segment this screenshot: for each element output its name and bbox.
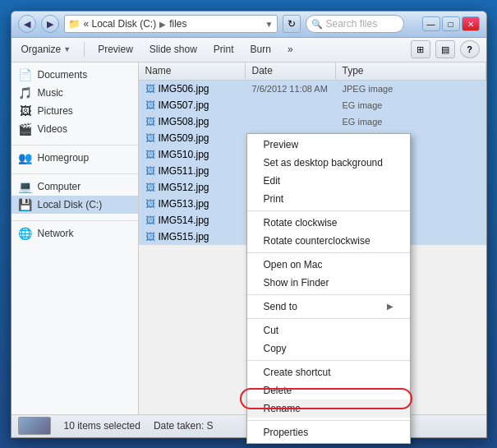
file-icon: 🖼 bbox=[145, 132, 155, 144]
table-row[interactable]: 🖼IMG507.jpgEG image bbox=[139, 97, 486, 113]
ctx-item-cut[interactable]: Cut bbox=[247, 321, 410, 339]
sidebar-label-pictures: Pictures bbox=[38, 105, 73, 117]
sidebar-label-videos: Videos bbox=[38, 123, 67, 135]
table-row[interactable]: 🖼IMG508.jpgEG image bbox=[139, 113, 486, 130]
homegroup-section: 👥 Homegroup bbox=[12, 149, 138, 167]
sidebar-item-network[interactable]: 🌐 Network bbox=[12, 224, 138, 242]
ctx-item-open-on-mac[interactable]: Open on Mac bbox=[247, 256, 410, 274]
preview-button[interactable]: Preview bbox=[94, 42, 136, 57]
sidebar-label-local-disk: Local Disk (C:) bbox=[38, 199, 103, 210]
address-prefix: « Local Disk (C:) bbox=[84, 18, 157, 30]
address-dropdown[interactable]: ▼ bbox=[265, 20, 274, 29]
ctx-item-create-shortcut[interactable]: Create shortcut bbox=[247, 363, 410, 381]
burn-label: Burn bbox=[251, 44, 271, 55]
sidebar-label-network: Network bbox=[38, 228, 74, 239]
ctx-item-set-as-desktop-background[interactable]: Set as desktop background bbox=[247, 154, 410, 172]
file-type-cell: EG image bbox=[336, 100, 486, 110]
organize-button[interactable]: Organize ▼ bbox=[18, 42, 75, 57]
ctx-item-copy[interactable]: Copy bbox=[247, 339, 410, 358]
file-icon: 🖼 bbox=[145, 182, 155, 193]
ctx-item-properties[interactable]: Properties bbox=[247, 423, 410, 441]
ctx-item-show-in-finder[interactable]: Show in Finder bbox=[247, 274, 410, 292]
more-button[interactable]: » bbox=[284, 42, 297, 57]
context-menu-separator bbox=[247, 210, 410, 211]
title-bar-left: ◀ ▶ 📁 « Local Disk (C:) ▶ files ▼ ↻ 🔍 Se… bbox=[18, 15, 422, 33]
status-selected-count: 10 items selected bbox=[64, 420, 140, 432]
slideshow-button[interactable]: Slide show bbox=[146, 42, 200, 57]
sidebar-item-documents[interactable]: 📄 Documents bbox=[12, 66, 138, 84]
videos-icon: 🎬 bbox=[18, 122, 33, 136]
search-placeholder: Search files bbox=[326, 18, 397, 30]
forward-button[interactable]: ▶ bbox=[41, 15, 59, 33]
context-menu-separator bbox=[247, 294, 410, 295]
music-icon: 🎵 bbox=[18, 86, 33, 99]
ctx-item-rotate-clockwise[interactable]: Rotate clockwise bbox=[247, 214, 410, 232]
status-thumbnail bbox=[18, 417, 51, 435]
file-name-cell: 🖼IMG511.jpg bbox=[139, 165, 246, 177]
address-folder: files bbox=[169, 18, 186, 30]
file-name-cell: 🖼IMG514.jpg bbox=[139, 215, 246, 226]
sidebar: 📄 Documents 🎵 Music 🖼 Pictures 🎬 Videos bbox=[12, 62, 139, 414]
sidebar-item-music[interactable]: 🎵 Music bbox=[12, 84, 138, 102]
sidebar-label-documents: Documents bbox=[38, 69, 88, 81]
col-header-name[interactable]: Name bbox=[139, 62, 246, 80]
favorites-section: 📄 Documents 🎵 Music 🖼 Pictures 🎬 Videos bbox=[12, 66, 138, 138]
file-name-cell: 🖼IMG512.jpg bbox=[139, 182, 246, 193]
explorer-window: ◀ ▶ 📁 « Local Disk (C:) ▶ files ▼ ↻ 🔍 Se… bbox=[11, 11, 487, 438]
view-toggle-button[interactable]: ▤ bbox=[435, 40, 455, 58]
submenu-arrow-icon: ▶ bbox=[387, 302, 393, 311]
table-row[interactable]: 🖼IMG506.jpg7/6/2012 11:08 AMJPEG image bbox=[139, 81, 486, 97]
network-icon: 🌐 bbox=[18, 227, 33, 240]
context-menu-separator bbox=[247, 252, 410, 253]
context-menu-separator bbox=[247, 318, 410, 319]
context-menu-separator bbox=[247, 420, 410, 421]
ctx-item-rotate-counterclockwise[interactable]: Rotate counterclockwise bbox=[247, 232, 410, 250]
refresh-button[interactable]: ↻ bbox=[283, 15, 301, 33]
search-box[interactable]: 🔍 Search files bbox=[306, 15, 404, 33]
context-menu-separator bbox=[247, 360, 410, 361]
minimize-button[interactable]: — bbox=[422, 16, 440, 31]
slideshow-label: Slide show bbox=[150, 44, 197, 55]
file-type-cell: JPEG image bbox=[336, 84, 486, 94]
ctx-item-send-to[interactable]: Send to▶ bbox=[247, 298, 410, 316]
col-header-date[interactable]: Date bbox=[246, 62, 336, 80]
ctx-item-preview[interactable]: Preview bbox=[247, 136, 410, 154]
sidebar-item-pictures[interactable]: 🖼 Pictures bbox=[12, 102, 138, 120]
organize-label: Organize bbox=[21, 44, 62, 55]
back-button[interactable]: ◀ bbox=[18, 15, 36, 33]
organize-dropdown-icon: ▼ bbox=[63, 45, 71, 53]
burn-button[interactable]: Burn bbox=[247, 42, 274, 57]
file-icon: 🖼 bbox=[145, 165, 155, 177]
folder-icon: 📁 bbox=[68, 18, 81, 30]
file-date-cell: 7/6/2012 11:08 AM bbox=[246, 84, 336, 94]
pictures-icon: 🖼 bbox=[18, 104, 33, 118]
ctx-item-edit[interactable]: Edit bbox=[247, 172, 410, 190]
view-options-button[interactable]: ⊞ bbox=[411, 40, 430, 58]
sidebar-item-videos[interactable]: 🎬 Videos bbox=[12, 120, 138, 138]
toolbar-separator-1 bbox=[84, 42, 85, 57]
file-name-cell: 🖼IMG507.jpg bbox=[139, 99, 246, 111]
file-list-header: Name Date Type bbox=[139, 62, 486, 81]
file-icon: 🖼 bbox=[145, 83, 155, 95]
col-header-type[interactable]: Type bbox=[336, 62, 486, 80]
ctx-item-delete[interactable]: Delete bbox=[247, 381, 410, 400]
print-button[interactable]: Print bbox=[210, 42, 237, 57]
file-name-cell: 🖼IMG510.jpg bbox=[139, 149, 246, 160]
file-name-cell: 🖼IMG515.jpg bbox=[139, 231, 246, 242]
file-icon: 🖼 bbox=[145, 215, 155, 226]
maximize-button[interactable]: □ bbox=[442, 16, 460, 31]
file-name-cell: 🖼IMG513.jpg bbox=[139, 198, 246, 210]
sidebar-label-homegroup: Homegroup bbox=[38, 152, 90, 164]
sidebar-divider-2 bbox=[12, 173, 138, 174]
ctx-item-print[interactable]: Print bbox=[247, 190, 410, 208]
ctx-item-rename[interactable]: Rename bbox=[247, 400, 410, 418]
help-button[interactable]: ? bbox=[460, 40, 480, 58]
sidebar-item-computer[interactable]: 💻 Computer bbox=[12, 178, 138, 196]
sidebar-divider-3 bbox=[12, 220, 138, 221]
address-bar[interactable]: 📁 « Local Disk (C:) ▶ files ▼ bbox=[64, 15, 278, 33]
close-button[interactable]: ✕ bbox=[462, 16, 480, 31]
sidebar-item-homegroup[interactable]: 👥 Homegroup bbox=[12, 149, 138, 167]
sidebar-item-local-disk[interactable]: 💾 Local Disk (C:) bbox=[12, 196, 138, 214]
more-label: » bbox=[288, 44, 293, 55]
documents-icon: 📄 bbox=[18, 68, 33, 81]
